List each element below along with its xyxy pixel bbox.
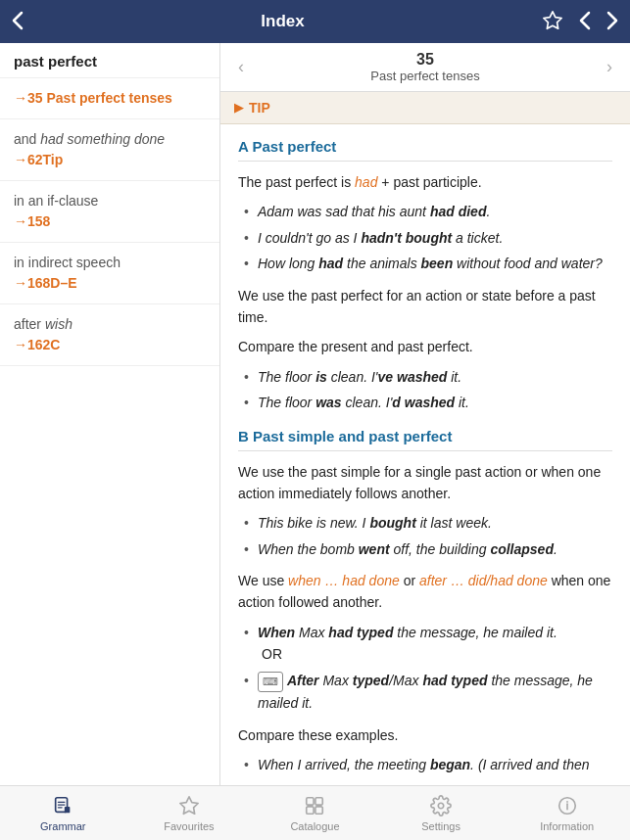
bullet-b1-1: This bike is new. I bought it last week. xyxy=(244,512,612,534)
content-header-center: 35 Past perfect tenses xyxy=(248,51,603,83)
next-page-icon[interactable] xyxy=(606,11,618,33)
content-body: A Past perfect The past perfect is had +… xyxy=(220,124,630,785)
section-b-bullets-2: When Max had typed the message, he maile… xyxy=(244,622,612,715)
section-a-bullets-2: The floor is clean. I've washed it. The … xyxy=(244,366,612,414)
tab-information[interactable]: Information xyxy=(504,794,630,832)
bullet-b2-2: ⌨ After Max typed/Max had typed the mess… xyxy=(244,670,612,715)
keyboard-icon: ⌨ xyxy=(258,672,283,693)
bullet-a-3: How long had the animals been without fo… xyxy=(244,253,612,274)
svg-point-9 xyxy=(566,801,568,803)
tab-catalogue-label: Catalogue xyxy=(290,820,339,832)
svg-rect-1 xyxy=(65,807,71,813)
tip-label: TIP xyxy=(249,100,270,116)
section-a-para-3: Compare the present and past perfect. xyxy=(238,336,612,357)
sidebar-item-indirect-speech[interactable]: in indirect speech →168D–E xyxy=(0,243,219,304)
tab-information-label: Information xyxy=(540,820,594,832)
sidebar-item-3-label: in an if-clause xyxy=(14,193,98,209)
sidebar-link-62tip[interactable]: →62Tip xyxy=(14,152,63,167)
section-b-para-3: Compare these examples. xyxy=(238,724,612,746)
sidebar-item-past-perfect-tenses[interactable]: →35 Past perfect tenses xyxy=(0,78,219,119)
section-b-title: B Past simple and past perfect xyxy=(238,428,612,451)
star-icon[interactable] xyxy=(542,10,563,34)
tab-favourites[interactable]: Favourites xyxy=(126,794,253,832)
tab-favourites-label: Favourites xyxy=(164,820,214,832)
content-page-title: Past perfect tenses xyxy=(248,69,603,83)
sidebar-link-35-text: Past perfect tenses xyxy=(46,90,171,106)
section-a-para-2: We use the past perfect for an action or… xyxy=(238,285,612,329)
main-area: past perfect →35 Past perfect tenses and… xyxy=(0,43,630,785)
svg-rect-2 xyxy=(307,798,314,805)
section-b-bullets-3: When I arrived, the meeting began. (I ar… xyxy=(244,754,612,775)
bullet-b3-1: When I arrived, the meeting began. (I ar… xyxy=(244,754,612,775)
section-a-para-1: The past perfect is had + past participl… xyxy=(238,171,612,193)
grammar-icon xyxy=(51,794,74,817)
information-icon xyxy=(556,794,579,817)
sidebar-item-if-clause[interactable]: in an if-clause →158 xyxy=(0,181,219,243)
sidebar-item-4-label: in indirect speech xyxy=(14,255,121,270)
bullet-a-2: I couldn't go as I hadn't bought a ticke… xyxy=(244,227,612,249)
content-next-arrow[interactable]: › xyxy=(603,57,616,77)
svg-rect-3 xyxy=(315,798,322,805)
sidebar-item-had-something-done[interactable]: and had something done →62Tip xyxy=(0,119,219,181)
sidebar: past perfect →35 Past perfect tenses and… xyxy=(0,43,220,785)
tab-catalogue[interactable]: Catalogue xyxy=(252,794,378,832)
tab-grammar[interactable]: Grammar xyxy=(0,794,126,832)
section-b-bullets-1: This bike is new. I bought it last week.… xyxy=(244,512,612,560)
back-button[interactable] xyxy=(12,11,24,33)
tip-arrow-icon: ▶ xyxy=(234,101,243,115)
sidebar-link-162c[interactable]: →162C xyxy=(14,337,60,352)
sidebar-link-35[interactable]: →35 xyxy=(14,90,43,106)
sidebar-link-158[interactable]: →158 xyxy=(14,213,50,229)
tab-grammar-label: Grammar xyxy=(40,820,85,832)
section-a-bullets: Adam was sad that his aunt had died. I c… xyxy=(244,201,612,274)
svg-rect-4 xyxy=(307,807,314,814)
section-a-title: A Past perfect xyxy=(238,138,612,162)
nav-title: Index xyxy=(24,12,542,31)
bullet-a-1: Adam was sad that his aunt had died. xyxy=(244,201,612,222)
tip-box: ▶ TIP xyxy=(220,92,630,124)
sidebar-item-2-prefix: and had something done xyxy=(14,131,165,147)
top-nav-bar: Index xyxy=(0,0,630,43)
bullet-a2-1: The floor is clean. I've washed it. xyxy=(244,366,612,388)
bullet-b2-1: When Max had typed the message, he maile… xyxy=(244,622,612,666)
prev-page-icon[interactable] xyxy=(579,11,591,33)
bullet-a2-2: The floor was clean. I'd washed it. xyxy=(244,392,612,413)
tab-settings[interactable]: Settings xyxy=(378,794,505,832)
svg-point-6 xyxy=(438,803,444,809)
nav-icons xyxy=(542,10,618,34)
section-b-para-1: We use the past simple for a single past… xyxy=(238,461,612,505)
sidebar-header: past perfect xyxy=(0,43,219,78)
content-page-num: 35 xyxy=(248,51,603,69)
content-pane: ‹ 35 Past perfect tenses › ▶ TIP A Past … xyxy=(220,43,630,785)
favourites-icon xyxy=(177,794,201,817)
sidebar-item-5-label: after wish xyxy=(14,316,73,332)
sidebar-link-168de[interactable]: →168D–E xyxy=(14,275,77,291)
sidebar-item-wish[interactable]: after wish →162C xyxy=(0,304,219,366)
content-header: ‹ 35 Past perfect tenses › xyxy=(220,43,630,92)
catalogue-icon xyxy=(303,794,326,817)
bullet-b1-2: When the bomb went off, the building col… xyxy=(244,538,612,560)
settings-icon xyxy=(429,794,453,817)
content-prev-arrow[interactable]: ‹ xyxy=(234,57,248,77)
bottom-tab-bar: Grammar Favourites Catalogue xyxy=(0,785,630,840)
tab-settings-label: Settings xyxy=(421,820,460,832)
svg-rect-5 xyxy=(315,807,322,814)
section-b-para-2: We use when … had done or after … did/ha… xyxy=(238,570,612,614)
